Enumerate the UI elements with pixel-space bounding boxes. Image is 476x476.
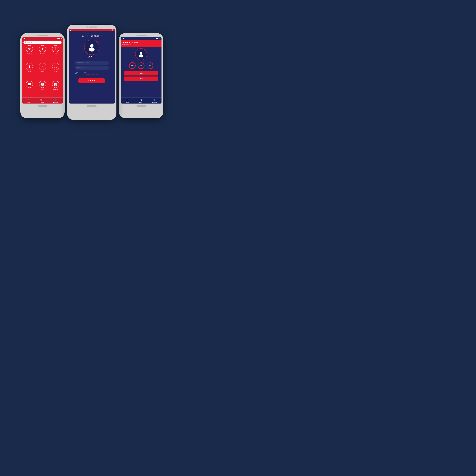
account-sub: lorem Ipsum dolor: [122, 44, 160, 45]
menu-item-chat[interactable]: 💬 Chat: [23, 81, 35, 97]
info-icon: ?: [26, 63, 33, 70]
nav-account-right[interactable]: 👤 Account: [152, 99, 156, 103]
phone-center: WELCOME! LOG IN Remember Me Forgot Your …: [67, 25, 117, 120]
menu-item-songs[interactable]: ♪ Songs: [36, 63, 49, 80]
nav-home-right[interactable]: ⌂ Home: [126, 99, 129, 103]
favorite-label: Favorite: [40, 53, 45, 54]
bottom-nav-right: ⌂ Home P Points 👤 Account: [121, 97, 162, 103]
progress-50: 50%: [146, 62, 154, 69]
remember-label: Remember Me: [77, 72, 86, 74]
phone-bottom-left: [20, 103, 65, 109]
account-label-right: Account: [152, 102, 156, 103]
points-label-right: Points: [138, 102, 142, 103]
home-icon-right: ⌂: [126, 99, 128, 101]
svg-point-3: [139, 54, 143, 57]
center-screen: WELCOME! LOG IN Remember Me Forgot Your …: [69, 29, 115, 103]
remember-checkbox[interactable]: [75, 72, 76, 74]
svg-point-0: [90, 44, 93, 48]
signal-icon-left: [23, 38, 25, 39]
search-bar[interactable]: 🔍 Search: [23, 41, 62, 44]
phones-container: 🔍 Search ⚙ Setting ♥ Favorite 📍: [15, 19, 168, 164]
forgot-password-link[interactable]: Forgot Your Password?: [85, 74, 99, 75]
account-label-left: Account: [53, 102, 58, 103]
svg-point-2: [140, 52, 142, 54]
status-bar-left: [22, 37, 63, 40]
home-label-right: Home: [126, 102, 129, 103]
account-name: Account Name: [122, 41, 160, 44]
battery-icon-center: [109, 29, 113, 31]
nav-home-left[interactable]: ⌂ Home: [27, 99, 30, 103]
next-button[interactable]: NEXT: [78, 78, 105, 83]
location-label: Location: [53, 53, 58, 54]
phone-top-bar-center: [67, 25, 117, 29]
home-icon-left: ⌂: [28, 99, 29, 101]
phone-top-bar-left: [20, 33, 65, 37]
phone-camera-left: [37, 35, 38, 36]
phone-left: 🔍 Search ⚙ Setting ♥ Favorite 📍: [20, 33, 65, 118]
time-label: Time: [41, 88, 44, 90]
menu-item-growth[interactable]: 📊 Growth: [50, 81, 62, 97]
home-button-center[interactable]: [87, 105, 97, 107]
phone-camera-center: [86, 26, 88, 28]
phone-bottom-center: [67, 103, 117, 109]
menu-item-connect[interactable]: ◇◇ Connect: [50, 63, 62, 80]
phone-speaker-right: [138, 35, 147, 36]
signal-icon-center: [70, 29, 72, 31]
welcome-text: WELCOME!: [82, 34, 102, 38]
right-screen: Account Name lorem Ipsum dolor: [121, 37, 162, 103]
favorite-icon: ♥: [39, 45, 46, 52]
phone-right: Account Name lorem Ipsum dolor: [119, 33, 163, 118]
home-button-left[interactable]: [38, 105, 47, 107]
time-icon: 🕐: [39, 81, 46, 88]
svg-point-1: [89, 48, 95, 51]
account-icon-right: 👤: [153, 99, 156, 101]
progress-ring-100: 100%: [129, 62, 136, 69]
connect-icon: ◇◇: [52, 63, 59, 70]
progress-100: 100%: [129, 62, 136, 69]
progress-100-text: 100%: [131, 65, 134, 66]
search-input-label: Search: [27, 41, 32, 43]
home-label-left: Home: [27, 102, 30, 103]
nav-points-left[interactable]: P Points: [40, 99, 44, 103]
bottom-nav-left: ⌂ Home P Points 👤 Account: [22, 97, 63, 103]
phone-screen-left: 🔍 Search ⚙ Setting ♥ Favorite 📍: [22, 37, 63, 103]
progress-ring-75: 75%: [137, 62, 145, 69]
nav-account-left[interactable]: 👤 Account: [53, 99, 58, 103]
info-label: Info: [28, 71, 31, 72]
phone-speaker-center: [89, 27, 97, 28]
status-bar-right: [121, 37, 162, 40]
home-button-right[interactable]: [136, 105, 146, 107]
menu-item-location[interactable]: 📍 Location: [50, 45, 62, 62]
account-icon-left: 👤: [54, 99, 57, 101]
phone-camera-right: [136, 35, 137, 36]
nav-points-right[interactable]: P Points: [138, 99, 142, 103]
password-input[interactable]: [75, 66, 109, 70]
lorem-button-1[interactable]: Lorem: [124, 71, 158, 75]
login-text: LOG IN: [87, 56, 97, 59]
phone-top-bar-right: [119, 33, 163, 37]
battery-icon-left: [57, 38, 62, 39]
points-icon-left: P: [40, 99, 43, 101]
phone-speaker-left: [39, 35, 48, 36]
left-screen: 🔍 Search ⚙ Setting ♥ Favorite 📍: [22, 37, 63, 103]
progress-75-text: 75%: [140, 65, 142, 66]
points-label-left: Points: [40, 102, 44, 103]
battery-icon-right: [156, 38, 160, 39]
growth-icon: 📊: [52, 81, 59, 88]
status-bar-center: [69, 29, 115, 31]
lorem-button-2[interactable]: Lorem: [124, 76, 158, 81]
setting-icon: ⚙: [26, 45, 33, 52]
remember-row: Remember Me: [75, 72, 109, 74]
menu-item-time[interactable]: 🕐 Time: [36, 81, 49, 97]
menu-grid: ⚙ Setting ♥ Favorite 📍 Location ? Info: [22, 45, 63, 97]
search-icon: 🔍: [25, 41, 27, 43]
location-icon: 📍: [52, 45, 59, 52]
menu-item-favorite[interactable]: ♥ Favorite: [36, 45, 49, 62]
menu-item-info[interactable]: ? Info: [23, 63, 35, 80]
username-input[interactable]: [75, 61, 109, 65]
avatar-center: [84, 40, 100, 55]
signal-icon-right: [122, 38, 124, 39]
progress-ring-50: 50%: [146, 62, 154, 69]
setting-label: Setting: [27, 53, 32, 54]
menu-item-setting[interactable]: ⚙ Setting: [23, 45, 35, 62]
